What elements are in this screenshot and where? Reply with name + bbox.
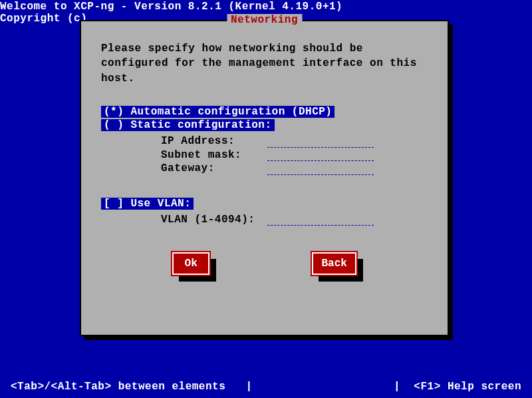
- dialog-body: Please specify how networking should be …: [81, 21, 448, 275]
- back-button[interactable]: Back: [312, 252, 356, 275]
- networking-dialog: Networking Please specify how networking…: [80, 20, 449, 336]
- footer: <Tab>/<Alt-Tab> between elements | | <F1…: [0, 381, 532, 393]
- button-row: Ok Back: [101, 252, 428, 275]
- mask-label: Subnet mask:: [161, 149, 267, 161]
- radio-dhcp[interactable]: (*) Automatic configuration (DHCP): [101, 106, 334, 118]
- gateway-label: Gateway:: [161, 162, 267, 174]
- welcome-line: Welcome to XCP-ng - Version 8.2.1 (Kerne…: [0, 1, 532, 13]
- vlan-label: VLAN (1-4094):: [161, 214, 267, 226]
- vlan-group: [ ] Use VLAN:: [101, 198, 428, 211]
- vlan-input[interactable]: [267, 214, 374, 226]
- ok-button[interactable]: Ok: [172, 252, 209, 275]
- vlan-row: VLAN (1-4094):: [161, 214, 428, 226]
- dialog-title: Networking: [227, 14, 302, 26]
- radio-static[interactable]: ( ) Static configuration:: [101, 119, 275, 131]
- ip-label: IP Address:: [161, 135, 267, 147]
- vlan-checkbox[interactable]: [ ] Use VLAN:: [101, 198, 194, 210]
- footer-left: <Tab>/<Alt-Tab> between elements |: [11, 381, 253, 393]
- radio-group: (*) Automatic configuration (DHCP) ( ) S…: [101, 106, 428, 132]
- mask-input[interactable]: [267, 149, 374, 161]
- ip-row: IP Address:: [161, 135, 428, 148]
- footer-right: | <F1> Help screen: [394, 381, 521, 393]
- gateway-row: Gateway:: [161, 162, 428, 175]
- gateway-input[interactable]: [267, 163, 374, 175]
- prompt-text: Please specify how networking should be …: [101, 41, 428, 86]
- ip-input[interactable]: [267, 136, 374, 148]
- mask-row: Subnet mask:: [161, 149, 428, 162]
